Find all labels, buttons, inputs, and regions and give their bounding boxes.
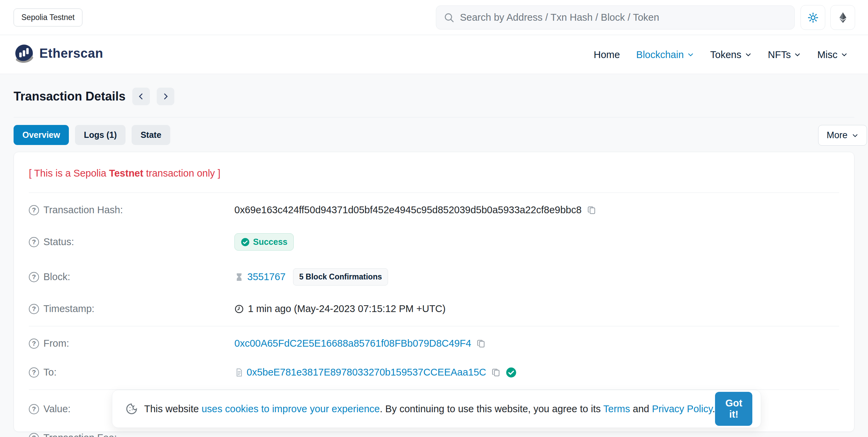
tab-bar: Overview Logs (1) State [14, 125, 170, 145]
nav-item-home[interactable]: Home [594, 49, 620, 60]
timestamp-label: Timestamp: [43, 303, 94, 314]
row-label: ? Transaction Fee: [29, 432, 234, 437]
nav-item-nfts-label: NFTs [768, 49, 791, 60]
question-circle-icon[interactable]: ? [29, 339, 39, 349]
block-number-link[interactable]: 3551767 [247, 271, 286, 283]
chevron-left-icon [137, 93, 145, 100]
copy-icon [586, 205, 597, 215]
from-label: From: [43, 338, 69, 349]
row-status: ? Status: Success [29, 224, 839, 259]
cookie-icon [125, 402, 138, 415]
testnet-notice-bold: Testnet [109, 168, 143, 179]
ethereum-icon [837, 12, 849, 24]
chevron-down-icon [745, 51, 752, 58]
nav-item-blockchain[interactable]: Blockchain [636, 49, 694, 60]
block-confirmations-badge: 5 Block Confirmations [293, 268, 388, 286]
privacy-policy-link[interactable]: Privacy Policy [652, 403, 712, 414]
top-bar: Sepolia Testnet [0, 0, 868, 35]
row-block: ? Block: 3551767 5 Block Confirmations [29, 259, 839, 294]
row-timestamp: ? Timestamp: 1 min ago (May-24-2023 07:1… [29, 294, 839, 326]
brand-logo[interactable]: Etherscan [14, 43, 103, 64]
row-transaction-hash: ? Transaction Hash: 0x69e163c424ff50d943… [29, 193, 839, 224]
question-circle-icon[interactable]: ? [29, 205, 39, 215]
heading-divider [14, 117, 854, 117]
next-transaction-button[interactable] [157, 88, 174, 105]
row-label: ? Status: [29, 236, 234, 248]
question-circle-icon[interactable]: ? [29, 367, 39, 378]
testnet-notice-suffix: transaction only ] [143, 168, 220, 179]
clock-icon [234, 304, 244, 314]
cookie-text-mid: . By continuing to use this website, you… [380, 403, 603, 414]
sun-icon [807, 12, 819, 23]
row-label: ? Transaction Hash: [29, 204, 234, 216]
cookie-accept-button[interactable]: Got it! [715, 392, 752, 426]
page-title: Transaction Details [14, 89, 126, 104]
search-icon [444, 12, 455, 23]
nav-item-tokens[interactable]: Tokens [710, 49, 752, 60]
more-dropdown-button[interactable]: More [818, 125, 867, 146]
copy-to-address-button[interactable] [491, 367, 501, 378]
brand-name: Etherscan [39, 46, 103, 61]
chevron-down-icon [687, 51, 694, 58]
transaction-hash-label: Transaction Hash: [43, 204, 123, 216]
question-circle-icon[interactable]: ? [29, 272, 39, 282]
question-circle-icon[interactable]: ? [29, 433, 39, 437]
copy-hash-button[interactable] [586, 205, 597, 215]
hourglass-icon [234, 272, 244, 282]
theme-toggle-button[interactable] [801, 5, 825, 30]
cookie-consent-banner: This website uses cookies to improve you… [112, 390, 761, 428]
status-value: Success [253, 237, 287, 247]
page-heading: Transaction Details [14, 88, 174, 105]
row-to: ? To: 0x5beE781e3817E8978033270b159537CC… [29, 358, 839, 389]
from-address-link[interactable]: 0xc00A65FdC2E5E16688a85761f08FBb079D8C49… [234, 338, 471, 349]
nav-item-blockchain-label: Blockchain [636, 49, 684, 60]
transaction-fee-label: Transaction Fee: [43, 432, 117, 437]
more-label: More [827, 130, 848, 141]
status-label: Status: [43, 236, 74, 248]
tab-state[interactable]: State [132, 125, 170, 145]
nav-bar: Etherscan Home Blockchain Tokens NFTs Mi… [0, 35, 868, 74]
chevron-down-icon [852, 132, 859, 139]
nav-item-tokens-label: Tokens [710, 49, 741, 60]
previous-transaction-button[interactable] [132, 88, 150, 105]
copy-icon [476, 339, 486, 349]
verified-check-circle-icon [506, 367, 517, 378]
contract-file-icon [234, 368, 244, 377]
search-bar[interactable] [436, 5, 795, 30]
row-label: ? To: [29, 367, 234, 378]
cookie-banner-text: This website uses cookies to improve you… [144, 403, 715, 415]
copy-from-address-button[interactable] [476, 339, 486, 349]
row-label: ? From: [29, 338, 234, 349]
nav-item-misc-label: Misc [817, 49, 837, 60]
row-from: ? From: 0xc00A65FdC2E5E16688a85761f08FBb… [29, 326, 839, 358]
question-circle-icon[interactable]: ? [29, 237, 39, 247]
etherscan-logo-icon [14, 43, 35, 64]
status-badge: Success [234, 233, 294, 251]
question-circle-icon[interactable]: ? [29, 304, 39, 314]
chevron-down-icon [794, 51, 801, 58]
testnet-notice: [ This is a Sepolia Testnet transaction … [29, 168, 839, 179]
row-label: ? Block: [29, 271, 234, 283]
testnet-notice-prefix: [ This is a Sepolia [29, 168, 109, 179]
terms-link[interactable]: Terms [603, 403, 630, 414]
row-label: ? Timestamp: [29, 303, 234, 314]
transaction-hash-value: 0x69e163c424ff50d94371d05bf452e4945c95d8… [234, 204, 582, 216]
nav-item-misc[interactable]: Misc [817, 49, 848, 60]
copy-icon [491, 367, 501, 378]
tab-overview[interactable]: Overview [14, 125, 69, 145]
value-label: Value: [43, 403, 71, 415]
question-circle-icon[interactable]: ? [29, 404, 39, 414]
nav-item-nfts[interactable]: NFTs [768, 49, 801, 60]
to-address-link[interactable]: 0x5beE781e3817E8978033270b159537CCEEAaa1… [247, 367, 486, 378]
tab-logs[interactable]: Logs (1) [75, 125, 126, 145]
network-badge[interactable]: Sepolia Testnet [14, 8, 82, 26]
main-nav: Home Blockchain Tokens NFTs Misc [594, 35, 848, 74]
cookies-info-link[interactable]: uses cookies to improve your experience [201, 403, 380, 414]
timestamp-value: 1 min ago (May-24-2023 07:15:12 PM +UTC) [248, 303, 446, 314]
block-label: Block: [43, 271, 70, 283]
search-input[interactable] [460, 12, 787, 23]
chevron-down-icon [841, 51, 848, 58]
network-switch-button[interactable] [830, 5, 855, 30]
cookie-text-and: and [630, 403, 652, 414]
cookie-text-prefix: This website [144, 403, 201, 414]
